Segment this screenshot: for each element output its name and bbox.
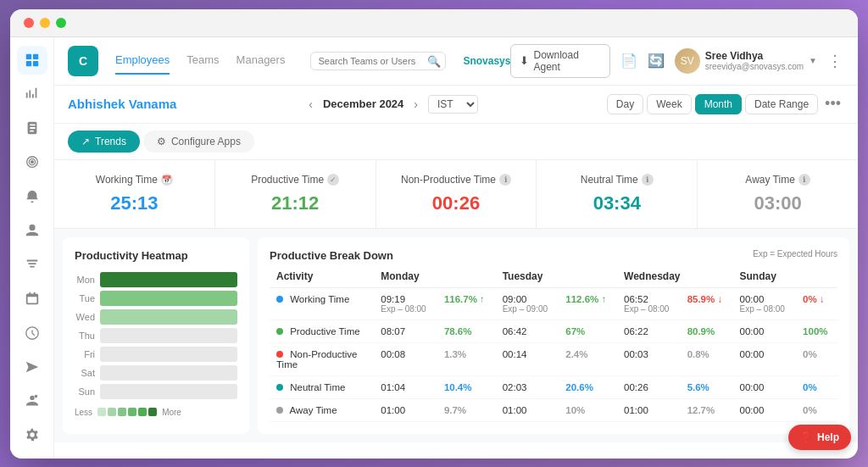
tab-configure-apps[interactable]: ⚙ Configure Apps <box>143 131 254 153</box>
heatmap-row-mon: Mon <box>75 272 237 287</box>
snovasys-link[interactable]: Snovasys <box>463 55 510 67</box>
next-date-button[interactable]: › <box>410 96 421 113</box>
neutral-time-info-icon[interactable]: ℹ <box>642 174 654 186</box>
sub-tabs: ↗ Trends ⚙ Configure Apps <box>54 124 858 160</box>
view-day-button[interactable]: Day <box>607 94 643 114</box>
wed-productive-time: 06:22 <box>624 326 648 336</box>
neutral-time-dot <box>276 384 283 391</box>
sun-working-pct: 0% <box>803 294 817 304</box>
sidebar-icon-reports[interactable] <box>17 114 47 142</box>
wed-working-block: 06:52 Exp – 08:00 <box>624 294 674 314</box>
legend-more-label: More <box>162 408 181 417</box>
nav-tabs: Employees Teams Managers <box>115 47 285 75</box>
heatmap-bar-fri <box>100 347 237 362</box>
col-activity: Activity <box>270 265 374 288</box>
mon-working-pct: 116.7% <box>444 294 477 304</box>
sidebar-icon-projects[interactable] <box>17 250 47 279</box>
breakdown-title: Productive Break Down <box>270 249 393 262</box>
maximize-dot[interactable] <box>56 18 66 28</box>
wed-time-cell: 00:03 <box>617 342 681 375</box>
tue-neutral-pct: 20.6% <box>565 382 593 392</box>
sidebar-icon-settings[interactable] <box>17 420 47 449</box>
svg-rect-1 <box>32 53 37 58</box>
tab-teams[interactable]: Teams <box>186 47 219 75</box>
view-week-button[interactable]: Week <box>647 94 691 114</box>
sun-working-block: 00:00 Exp – 08:00 <box>740 294 790 314</box>
tab-employees[interactable]: Employees <box>115 47 170 75</box>
help-button[interactable]: ❓ Help <box>788 425 851 450</box>
neutral-time-value: 03:34 <box>550 192 683 214</box>
stat-neutral-time: Neutral Time ℹ 03:34 <box>537 160 698 228</box>
user-profile[interactable]: SV Sree Vidhya sreevidya@snovasys.com ▼ <box>675 48 817 74</box>
refresh-icon[interactable]: 🔄 <box>648 53 665 69</box>
productive-time-label: Productive Time ✓ <box>229 174 362 186</box>
user-name: Sree Vidhya <box>705 50 804 62</box>
table-row: Productive Time 08:07 78.6% 06:42 67% 06… <box>270 320 837 342</box>
user-dropdown-icon[interactable]: ▼ <box>809 56 817 65</box>
view-daterange-button[interactable]: Date Range <box>745 94 818 114</box>
stat-productive-time: Productive Time ✓ 21:12 <box>215 160 376 228</box>
view-month-button[interactable]: Month <box>695 94 742 114</box>
tue-pct-cell: 112.6% ↑ <box>559 287 617 320</box>
minimize-dot[interactable] <box>40 18 50 28</box>
view-more-icon[interactable]: ••• <box>821 95 844 113</box>
activity-cell: Away Time <box>270 398 374 421</box>
tab-managers[interactable]: Managers <box>236 47 286 75</box>
mon-working-block: 09:19 Exp – 08:00 <box>381 294 431 314</box>
heatmap-label-fri: Fri <box>75 349 95 359</box>
search-input[interactable] <box>310 52 446 70</box>
sidebar-icon-calendar[interactable] <box>17 284 47 313</box>
app-window: C Employees Teams Managers 🔍 Snovasys <box>10 9 858 459</box>
away-time-info-icon[interactable]: ℹ <box>798 174 810 186</box>
download-agent-button[interactable]: ⬇ Download Agent <box>510 44 609 78</box>
heatmap-label-sun: Sun <box>75 386 95 397</box>
sidebar-icon-team[interactable] <box>17 386 47 415</box>
wed-pct-cell: 85.9% ↓ <box>681 287 733 320</box>
sidebar-icon-clock[interactable] <box>17 319 47 347</box>
sun-pct-cell: 0% <box>796 375 837 398</box>
sidebar <box>10 37 54 459</box>
header-row: Activity Monday Tuesday Wednesday Sunday <box>270 265 837 288</box>
away-time-dot <box>276 407 283 414</box>
user-info: Sree Vidhya sreevidya@snovasys.com <box>705 50 804 71</box>
download-label: Download Agent <box>533 49 600 73</box>
wed-nonproductive-time: 00:03 <box>624 349 648 359</box>
legend-less-label: Less <box>75 408 92 417</box>
document-icon[interactable]: 📄 <box>620 53 637 69</box>
tue-working-pct: 112.6% <box>565 294 598 304</box>
wed-pct-cell: 12.7% <box>681 398 733 421</box>
activity-cell: Neutral Time <box>270 375 374 398</box>
wed-working-arrow: ↓ <box>717 294 722 304</box>
close-dot[interactable] <box>24 18 34 28</box>
non-productive-time-value: 00:26 <box>390 192 523 214</box>
timezone-select[interactable]: ISTUTCEST <box>428 95 478 114</box>
tab-trends[interactable]: ↗ Trends <box>68 131 140 153</box>
sun-pct-cell: 0% ↓ <box>796 287 837 320</box>
tue-productive-pct: 67% <box>565 326 585 336</box>
download-icon: ⬇ <box>520 54 529 67</box>
sun-time-cell: 00:00 <box>733 320 797 342</box>
more-options-icon[interactable]: ⋮ <box>827 52 844 70</box>
heatmap-row-wed: Wed <box>75 309 237 325</box>
non-productive-time-info-icon[interactable]: ℹ <box>499 174 511 186</box>
tue-working-exp: Exp – 09:00 <box>503 304 553 314</box>
heatmap-bar-mon <box>100 272 237 287</box>
sidebar-icon-goals[interactable] <box>17 147 47 176</box>
mon-nonproductive-pct: 1.3% <box>444 349 466 359</box>
sidebar-icon-users[interactable] <box>17 216 47 245</box>
sidebar-icon-analytics[interactable] <box>17 80 47 108</box>
breakdown-section: Productive Break Down Exp = Expected Hou… <box>258 237 849 434</box>
sun-pct-cell: 100% <box>796 320 837 342</box>
away-time-value: 03:00 <box>711 192 844 214</box>
wed-time-cell: 06:22 <box>617 320 681 342</box>
mon-away-pct: 9.7% <box>444 405 466 415</box>
sidebar-icon-alerts[interactable] <box>17 182 47 211</box>
sidebar-icon-send[interactable] <box>17 353 47 381</box>
tue-nonproductive-pct: 2.4% <box>565 349 587 359</box>
working-time-info-icon[interactable]: 📅 <box>161 174 173 186</box>
sidebar-icon-dashboard[interactable] <box>17 46 47 75</box>
productive-time-info-icon[interactable]: ✓ <box>327 174 339 186</box>
mon-away-time: 01:00 <box>381 405 405 415</box>
prev-date-button[interactable]: ‹ <box>305 96 316 113</box>
activity-cell: Working Time <box>270 287 374 320</box>
